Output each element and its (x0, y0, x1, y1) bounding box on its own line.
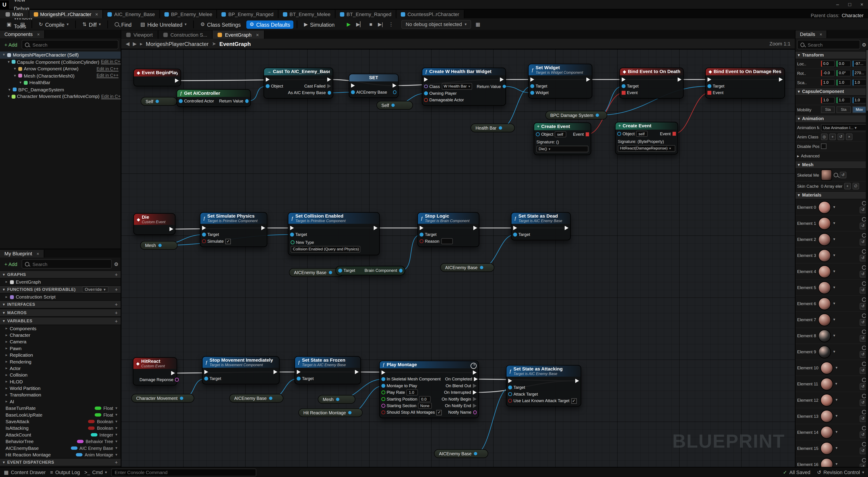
tab-my-blueprint[interactable]: My Blueprint × (0, 250, 44, 258)
output-log-button[interactable]: ≡ Output Log (50, 470, 80, 475)
picker-icon[interactable]: ↺ (860, 399, 866, 406)
maximize-button[interactable]: □ (844, 0, 856, 9)
chevron-down-icon[interactable]: ▾ (116, 453, 118, 457)
vector-input[interactable]: 1.0 (852, 97, 866, 103)
chevron-down-icon[interactable]: ▾ (833, 301, 835, 306)
item-construction-script[interactable]: ▸Construction Script (0, 294, 121, 300)
picker-icon[interactable]: ↺ (860, 448, 866, 454)
simulation-button[interactable]: ▶Simulation (301, 20, 338, 29)
components-search[interactable] (22, 40, 119, 49)
node-play-montage[interactable]: ƒPlay MontageIn Skeletal Mesh ComponentO… (379, 360, 479, 418)
object-pin[interactable] (508, 386, 512, 389)
tool-icon[interactable]: × (846, 133, 852, 140)
unreal-logo-icon[interactable]: U (0, 0, 9, 8)
variable-isattacking[interactable]: IsAttackingBoolean▾ (0, 425, 121, 431)
chevron-down-icon[interactable]: ▾ (116, 433, 118, 437)
material-element-15[interactable]: Element 15▾↺ (796, 440, 868, 456)
details-section-animation[interactable]: ▾Animation (796, 115, 868, 123)
variable-get-node-self[interactable]: Self (376, 101, 413, 110)
chevron-down-icon[interactable]: ▾ (836, 365, 838, 370)
material-element-2[interactable]: Element 2▾↺ (796, 232, 868, 248)
object-pin[interactable] (328, 91, 331, 94)
edit-in-cpp-link[interactable]: Edit in C++ (101, 94, 121, 99)
delegate-pin[interactable] (585, 132, 589, 136)
exec-pin[interactable] (473, 390, 476, 395)
picker-icon[interactable]: ↺ (860, 383, 866, 390)
category-camera[interactable]: ▸Camera (0, 338, 121, 345)
variable-get-node-bpc-damage-system[interactable]: BPC Damage System (545, 111, 607, 120)
chevron-down-icon[interactable]: ▾ (833, 317, 835, 322)
menu-view[interactable]: View (10, 0, 36, 4)
category-world-partition[interactable]: ▸World Partition (0, 385, 121, 391)
exec-pin[interactable] (513, 226, 517, 230)
chevron-down-icon[interactable]: ▾ (833, 285, 835, 290)
node-get-aicontroller[interactable]: ƒGet AIControllerControlled ActorReturn … (177, 89, 251, 107)
breadcrumb-leaf[interactable]: EventGraph (219, 41, 251, 47)
item-eventgraph[interactable]: ▸EventGraph (0, 279, 121, 285)
picker-icon[interactable]: ↺ (860, 239, 866, 245)
world-outliner-button[interactable]: ▦ (473, 21, 483, 28)
node-create-w-health-bar-widget[interactable]: ƒCreate W Health Bar WidgetClassW Health… (422, 68, 506, 106)
chevron-down-icon[interactable]: ▾ (833, 269, 835, 274)
chevron-down-icon[interactable]: ▾ (116, 439, 118, 444)
breadcrumb-root[interactable]: MorigeshPlayerCharacter (146, 41, 209, 47)
chevron-down-icon[interactable]: ▾ (835, 382, 837, 386)
object-pin[interactable] (617, 132, 621, 136)
frame-skip-button[interactable]: ▶▏ (354, 21, 366, 28)
chevron-down-icon[interactable]: ▾ (836, 446, 838, 450)
node-hitreact[interactable]: ◆HitReactCustom EventDamage Reponse (133, 357, 177, 386)
category-transformation[interactable]: ▸Transformation (0, 391, 121, 398)
object-pin[interactable] (202, 233, 206, 236)
variable-get-node-aicenemy-base[interactable]: AICEnemy Base (229, 394, 283, 403)
material-element-11[interactable]: Element 11▾↺ (796, 376, 868, 392)
exec-pin[interactable] (420, 226, 423, 230)
add-icon[interactable]: + (115, 459, 118, 465)
tab-bt-enemy-ranged[interactable]: BT_Enemy_Ranged (336, 10, 397, 18)
picker-icon[interactable]: ↺ (860, 351, 866, 358)
exec-pin[interactable] (473, 397, 476, 401)
node-set-simulate-physics[interactable]: ƒSet Simulate PhysicsTarget is Primitive… (200, 212, 268, 247)
details-section-transform[interactable]: ▾Transform (796, 51, 868, 59)
hide-unrelated-button[interactable]: ▧Hide Unrelated▾ (137, 20, 190, 29)
material-element-1[interactable]: Element 1▾↺ (796, 215, 868, 232)
category-replication[interactable]: ▸Replication (0, 352, 121, 358)
checkbox-field[interactable] (821, 143, 827, 149)
interface-pin[interactable] (424, 98, 428, 102)
object-pin[interactable] (530, 91, 534, 94)
exec-pin[interactable] (266, 77, 270, 82)
components-search-input[interactable] (31, 41, 115, 48)
add-icon[interactable]: + (115, 301, 118, 307)
close-icon[interactable]: × (37, 32, 39, 37)
section-header-event-dispatchers[interactable]: ▾EVENT DISPATCHERS+ (0, 458, 121, 466)
variable-attackcount[interactable]: AttackCountInteger▾ (0, 431, 121, 438)
exec-pin[interactable] (374, 226, 377, 230)
class-pin[interactable] (424, 85, 428, 88)
tool-icon[interactable]: ◎ (821, 133, 828, 140)
node-set-collision-enabled[interactable]: ƒSet Collision EnabledTarget is Primitiv… (288, 212, 380, 255)
node-set-state-as-frozen[interactable]: ƒSet State as FrozenTarget is AIC Enemy … (294, 356, 361, 385)
tree-expander-icon[interactable]: ▾ (8, 87, 11, 92)
node-stop-movement-immediately[interactable]: ƒStop Movement ImmediatelyTarget is Move… (202, 356, 280, 385)
component-row-capsule-component-collisioncylinder[interactable]: ▾Capsule Component (CollisionCylinder)Ed… (0, 58, 121, 65)
minimize-button[interactable]: – (831, 0, 844, 9)
add-icon[interactable]: + (115, 272, 118, 277)
object-pin[interactable] (399, 269, 402, 272)
content-drawer-button[interactable]: ▦ Content Drawer (4, 470, 46, 475)
chevron-down-icon[interactable]: ▾ (116, 419, 118, 424)
picker-icon[interactable]: ↺ (860, 287, 866, 294)
tab-bt-enemy-melee[interactable]: BT_Enemy_Melee (278, 10, 336, 18)
reset-icon[interactable]: ↺ (840, 172, 846, 178)
category-ai[interactable]: ▸AI (0, 398, 121, 405)
chevron-down-icon[interactable]: ▾ (836, 462, 838, 466)
more-button[interactable]: ⋮ (386, 21, 396, 28)
mobility-segment[interactable]: Sta (837, 106, 850, 113)
tab-morigeshpl-rcharacter[interactable]: MorigeshPl..rCharacter× (29, 10, 103, 18)
close-icon[interactable]: × (37, 251, 39, 256)
component-row-morigeshplayercharacter-self[interactable]: ▾MorigeshPlayerCharacter (Self) (0, 52, 121, 59)
picker-icon[interactable]: ↺ (860, 431, 866, 438)
node-event-beginplay[interactable]: ◆Event BeginPlay (133, 69, 181, 86)
variable-get-node-aicenemy-base[interactable]: AICEnemy Base (440, 263, 494, 272)
object-pin[interactable] (530, 84, 534, 88)
vector-input[interactable]: 1.0 (821, 79, 835, 86)
myblueprint-search-input[interactable] (31, 261, 108, 267)
